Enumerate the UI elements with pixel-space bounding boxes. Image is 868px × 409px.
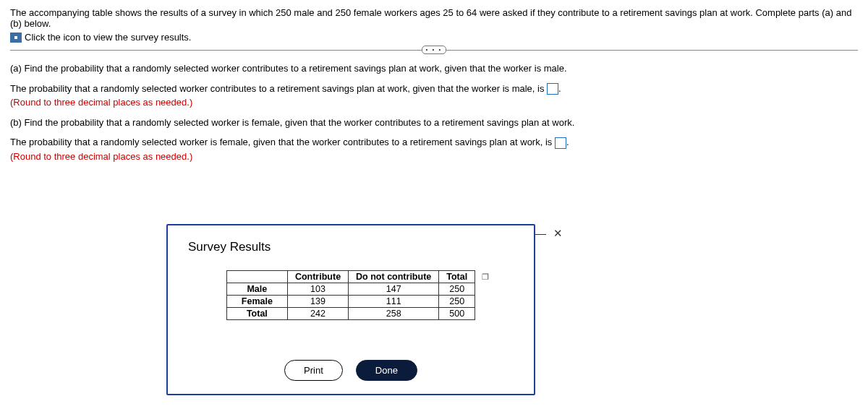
part-b-answer-input[interactable] — [555, 137, 566, 149]
part-a-question: (a) Find the probability that a randomly… — [10, 61, 858, 76]
part-b-hint: (Round to three decimal places as needed… — [10, 150, 858, 164]
part-b-stem-before: The probability that a randomly selected… — [10, 137, 555, 147]
problem-intro: The accompanying table shows the results… — [10, 7, 858, 29]
part-a-answer-line: The probability that a randomly selected… — [10, 82, 858, 110]
table-icon[interactable] — [10, 33, 22, 43]
part-a-stem-after: . — [558, 83, 561, 94]
view-results-row: Click the icon to view the survey result… — [10, 32, 858, 43]
part-b-answer-line: The probability that a randomly selected… — [10, 135, 858, 163]
part-b-stem-after: . — [566, 137, 569, 147]
expand-ellipsis-button[interactable]: • • • — [422, 46, 446, 54]
part-a-answer-input[interactable] — [547, 83, 558, 95]
part-a-stem-before: The probability that a randomly selected… — [10, 83, 547, 94]
part-a-hint: (Round to three decimal places as needed… — [10, 95, 858, 110]
view-results-text[interactable]: Click the icon to view the survey result… — [25, 32, 191, 43]
part-b-question: (b) Find the probability that a randomly… — [10, 116, 858, 130]
